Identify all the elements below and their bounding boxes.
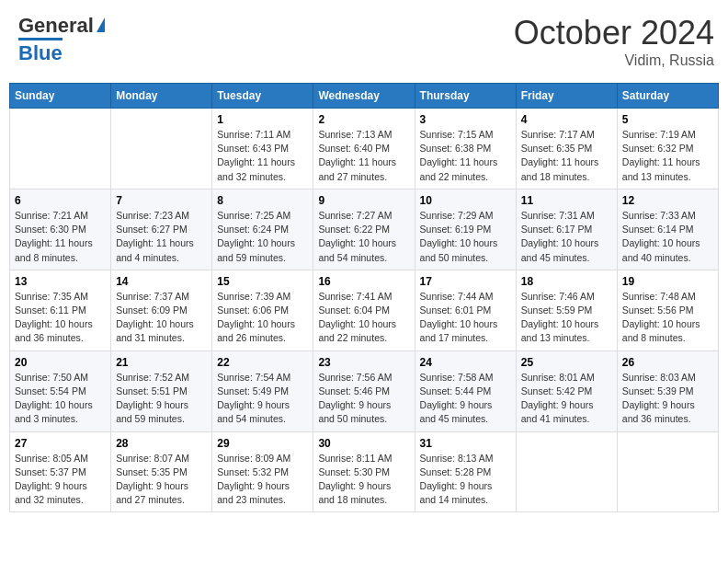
day-cell: 15Sunrise: 7:39 AMSunset: 6:06 PMDayligh… xyxy=(212,270,313,350)
day-info: Sunrise: 7:35 AMSunset: 6:11 PMDaylight:… xyxy=(15,290,106,346)
col-header-thursday: Thursday xyxy=(415,84,516,109)
week-row-3: 13Sunrise: 7:35 AMSunset: 6:11 PMDayligh… xyxy=(10,270,719,350)
day-info: Sunrise: 8:03 AMSunset: 5:39 PMDaylight:… xyxy=(622,371,713,427)
day-info: Sunrise: 7:50 AMSunset: 5:54 PMDaylight:… xyxy=(15,371,106,427)
day-cell: 8Sunrise: 7:25 AMSunset: 6:24 PMDaylight… xyxy=(212,189,313,270)
day-info: Sunrise: 7:13 AMSunset: 6:40 PMDaylight:… xyxy=(318,128,409,184)
day-info: Sunrise: 8:09 AMSunset: 5:32 PMDaylight:… xyxy=(217,452,308,508)
day-number: 3 xyxy=(420,113,511,126)
day-number: 26 xyxy=(622,356,713,369)
day-cell: 17Sunrise: 7:44 AMSunset: 6:01 PMDayligh… xyxy=(415,270,516,350)
day-info: Sunrise: 7:48 AMSunset: 5:56 PMDaylight:… xyxy=(622,290,713,346)
col-header-tuesday: Tuesday xyxy=(212,84,313,109)
day-cell: 24Sunrise: 7:58 AMSunset: 5:44 PMDayligh… xyxy=(415,350,516,431)
day-cell: 26Sunrise: 8:03 AMSunset: 5:39 PMDayligh… xyxy=(617,350,718,431)
day-number: 19 xyxy=(622,275,713,288)
day-number: 1 xyxy=(217,113,308,126)
day-cell xyxy=(617,431,718,512)
day-number: 14 xyxy=(116,275,207,288)
day-cell: 11Sunrise: 7:31 AMSunset: 6:17 PMDayligh… xyxy=(516,189,617,270)
day-number: 21 xyxy=(116,356,207,369)
week-row-2: 6Sunrise: 7:21 AMSunset: 6:30 PMDaylight… xyxy=(10,189,719,270)
week-row-1: 1Sunrise: 7:11 AMSunset: 6:43 PMDaylight… xyxy=(10,109,719,190)
day-info: Sunrise: 7:33 AMSunset: 6:14 PMDaylight:… xyxy=(622,209,713,265)
day-info: Sunrise: 7:41 AMSunset: 6:04 PMDaylight:… xyxy=(318,290,409,346)
day-cell: 23Sunrise: 7:56 AMSunset: 5:46 PMDayligh… xyxy=(313,350,415,431)
day-number: 22 xyxy=(217,356,308,369)
col-header-wednesday: Wednesday xyxy=(313,84,415,109)
day-number: 13 xyxy=(15,275,106,288)
logo-triangle-icon xyxy=(97,17,105,32)
day-cell: 2Sunrise: 7:13 AMSunset: 6:40 PMDaylight… xyxy=(313,109,415,190)
day-info: Sunrise: 8:13 AMSunset: 5:28 PMDaylight:… xyxy=(420,452,511,508)
week-row-4: 20Sunrise: 7:50 AMSunset: 5:54 PMDayligh… xyxy=(10,350,719,431)
day-number: 10 xyxy=(420,194,511,207)
day-info: Sunrise: 7:58 AMSunset: 5:44 PMDaylight:… xyxy=(420,371,511,427)
day-number: 31 xyxy=(420,437,511,450)
day-info: Sunrise: 8:07 AMSunset: 5:35 PMDaylight:… xyxy=(116,452,207,508)
day-number: 25 xyxy=(521,356,612,369)
day-number: 11 xyxy=(521,194,612,207)
day-cell: 28Sunrise: 8:07 AMSunset: 5:35 PMDayligh… xyxy=(111,431,212,512)
day-cell: 5Sunrise: 7:19 AMSunset: 6:32 PMDaylight… xyxy=(617,109,718,190)
day-cell: 18Sunrise: 7:46 AMSunset: 5:59 PMDayligh… xyxy=(516,270,617,350)
day-number: 8 xyxy=(217,194,308,207)
logo-blue-text: Blue xyxy=(18,38,63,65)
day-cell: 16Sunrise: 7:41 AMSunset: 6:04 PMDayligh… xyxy=(313,270,415,350)
day-number: 20 xyxy=(15,356,106,369)
day-cell: 10Sunrise: 7:29 AMSunset: 6:19 PMDayligh… xyxy=(415,189,516,270)
day-cell: 9Sunrise: 7:27 AMSunset: 6:22 PMDaylight… xyxy=(313,189,415,270)
day-info: Sunrise: 7:15 AMSunset: 6:38 PMDaylight:… xyxy=(420,128,511,184)
day-info: Sunrise: 7:44 AMSunset: 6:01 PMDaylight:… xyxy=(420,290,511,346)
day-info: Sunrise: 8:05 AMSunset: 5:37 PMDaylight:… xyxy=(15,452,106,508)
day-cell: 30Sunrise: 8:11 AMSunset: 5:30 PMDayligh… xyxy=(313,431,415,512)
logo: General Blue xyxy=(18,14,105,65)
day-number: 29 xyxy=(217,437,308,450)
day-cell: 19Sunrise: 7:48 AMSunset: 5:56 PMDayligh… xyxy=(617,270,718,350)
day-cell: 14Sunrise: 7:37 AMSunset: 6:09 PMDayligh… xyxy=(111,270,212,350)
calendar-header: SundayMondayTuesdayWednesdayThursdayFrid… xyxy=(10,84,719,109)
day-cell xyxy=(10,109,111,190)
day-info: Sunrise: 7:23 AMSunset: 6:27 PMDaylight:… xyxy=(116,209,207,265)
month-title: October 2024 xyxy=(514,14,714,52)
col-header-saturday: Saturday xyxy=(617,84,718,109)
day-cell: 4Sunrise: 7:17 AMSunset: 6:35 PMDaylight… xyxy=(516,109,617,190)
day-info: Sunrise: 7:11 AMSunset: 6:43 PMDaylight:… xyxy=(217,128,308,184)
day-info: Sunrise: 7:29 AMSunset: 6:19 PMDaylight:… xyxy=(420,209,511,265)
day-cell: 6Sunrise: 7:21 AMSunset: 6:30 PMDaylight… xyxy=(10,189,111,270)
day-number: 28 xyxy=(116,437,207,450)
day-info: Sunrise: 7:25 AMSunset: 6:24 PMDaylight:… xyxy=(217,209,308,265)
day-info: Sunrise: 7:27 AMSunset: 6:22 PMDaylight:… xyxy=(318,209,409,265)
day-info: Sunrise: 7:54 AMSunset: 5:49 PMDaylight:… xyxy=(217,371,308,427)
day-info: Sunrise: 7:19 AMSunset: 6:32 PMDaylight:… xyxy=(622,128,713,184)
day-number: 9 xyxy=(318,194,409,207)
day-cell: 3Sunrise: 7:15 AMSunset: 6:38 PMDaylight… xyxy=(415,109,516,190)
day-number: 4 xyxy=(521,113,612,126)
calendar-table: SundayMondayTuesdayWednesdayThursdayFrid… xyxy=(9,83,719,512)
day-info: Sunrise: 7:46 AMSunset: 5:59 PMDaylight:… xyxy=(521,290,612,346)
day-number: 15 xyxy=(217,275,308,288)
day-cell xyxy=(516,431,617,512)
day-info: Sunrise: 7:31 AMSunset: 6:17 PMDaylight:… xyxy=(521,209,612,265)
day-cell: 22Sunrise: 7:54 AMSunset: 5:49 PMDayligh… xyxy=(212,350,313,431)
day-cell xyxy=(111,109,212,190)
day-info: Sunrise: 7:37 AMSunset: 6:09 PMDaylight:… xyxy=(116,290,207,346)
day-number: 5 xyxy=(622,113,713,126)
col-header-friday: Friday xyxy=(516,84,617,109)
day-info: Sunrise: 7:52 AMSunset: 5:51 PMDaylight:… xyxy=(116,371,207,427)
day-cell: 1Sunrise: 7:11 AMSunset: 6:43 PMDaylight… xyxy=(212,109,313,190)
day-cell: 29Sunrise: 8:09 AMSunset: 5:32 PMDayligh… xyxy=(212,431,313,512)
day-cell: 13Sunrise: 7:35 AMSunset: 6:11 PMDayligh… xyxy=(10,270,111,350)
week-row-5: 27Sunrise: 8:05 AMSunset: 5:37 PMDayligh… xyxy=(10,431,719,512)
location: Vidim, Russia xyxy=(514,52,714,69)
day-info: Sunrise: 8:01 AMSunset: 5:42 PMDaylight:… xyxy=(521,371,612,427)
day-info: Sunrise: 8:11 AMSunset: 5:30 PMDaylight:… xyxy=(318,452,409,508)
day-number: 27 xyxy=(15,437,106,450)
day-cell: 31Sunrise: 8:13 AMSunset: 5:28 PMDayligh… xyxy=(415,431,516,512)
day-number: 7 xyxy=(116,194,207,207)
day-cell: 12Sunrise: 7:33 AMSunset: 6:14 PMDayligh… xyxy=(617,189,718,270)
day-cell: 20Sunrise: 7:50 AMSunset: 5:54 PMDayligh… xyxy=(10,350,111,431)
day-number: 2 xyxy=(318,113,409,126)
col-header-monday: Monday xyxy=(111,84,212,109)
col-header-sunday: Sunday xyxy=(10,84,111,109)
